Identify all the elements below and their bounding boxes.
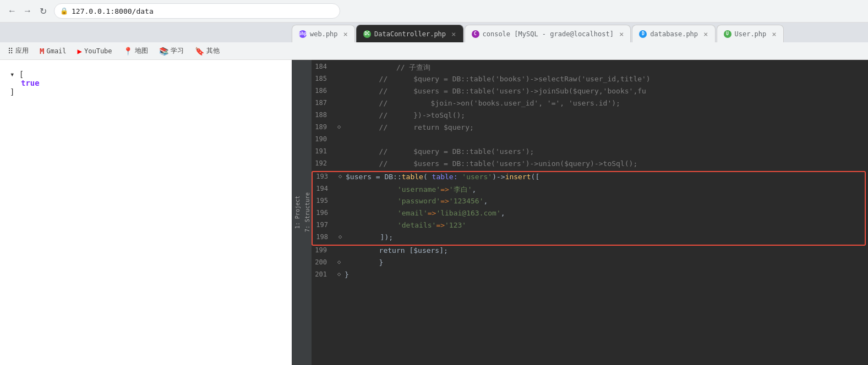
bookmark-label-study: 学习	[171, 46, 184, 56]
line-content-197: 'details'=>'123'	[346, 221, 865, 229]
youtube-icon: ▶	[78, 47, 82, 56]
code-line-188: 188 // })->toSql();	[312, 110, 868, 123]
tab-user-php[interactable]: U User.php ×	[717, 25, 784, 42]
line-num-194: 194	[313, 185, 335, 192]
highlighted-block: 193 ◇ $users = DB::table( table: 'users'…	[312, 171, 866, 246]
bookmark-label-maps: 地图	[135, 46, 148, 56]
line-content-200: }	[345, 258, 868, 267]
address-bar[interactable]: 🔒 127.0.0.1:8000/data	[54, 3, 340, 19]
line-num-189: 189	[312, 123, 334, 131]
other-icon: 🔖	[195, 47, 204, 56]
tab-web-php[interactable]: php web.php ×	[292, 25, 355, 42]
line-content-191: // $query = DB::table('users');	[345, 147, 868, 156]
study-icon: 📚	[159, 47, 168, 56]
line-content-201: }	[345, 270, 868, 279]
line-num-185: 185	[312, 75, 334, 82]
code-line-192: 192 // $users = DB::table('users')->unio…	[312, 159, 868, 171]
line-content-193: $users = DB::table( table: 'users')->ins…	[346, 173, 865, 181]
json-open-bracket: ▾ [	[10, 70, 282, 79]
code-block[interactable]: 184 // 子查询 185 // $query = DB::table('bo…	[312, 60, 868, 365]
code-line-201: 201 ◇ }	[312, 270, 868, 282]
bookmark-other[interactable]: 🔖 其他	[193, 45, 222, 57]
tab-database-php[interactable]: D database.php ×	[632, 25, 715, 42]
back-button[interactable]: ←	[6, 4, 19, 18]
maps-icon: 📍	[123, 47, 133, 56]
lock-icon: 🔒	[60, 7, 68, 15]
code-line-191: 191 // $query = DB::table('users');	[312, 147, 868, 159]
code-line-197: 197 'details'=>'123'	[313, 220, 865, 233]
bookmark-apps[interactable]: ⠿ 应用	[6, 45, 31, 57]
apps-icon: ⠿	[8, 47, 13, 56]
line-num-195: 195	[313, 197, 335, 204]
line-num-193: 193	[313, 173, 335, 180]
code-line-190: 190	[312, 135, 868, 147]
gutter-189: ◇	[334, 123, 345, 130]
tab-label-console: console [MySQL - grade@localhost]	[483, 30, 614, 38]
tab-console[interactable]: C console [MySQL - grade@localhost] ×	[465, 25, 631, 42]
tab-label-web-php: web.php	[310, 30, 338, 38]
gmail-icon: M	[40, 47, 44, 56]
gutter-201: ◇	[334, 270, 345, 278]
code-line-200: 200 ◇ }	[312, 258, 868, 270]
line-num-197: 197	[313, 221, 335, 229]
json-close-bracket: ]	[10, 87, 282, 96]
json-output: ▾ [ true ]	[6, 65, 286, 101]
line-content-189: // return $query;	[345, 123, 868, 131]
tab-data-controller[interactable]: DC DataController.php ×	[356, 25, 463, 42]
line-num-184: 184	[312, 63, 334, 70]
tab-icon-data-controller: DC	[363, 30, 371, 38]
line-num-198: 198	[313, 233, 335, 241]
project-sidebar-label: 1: Project	[294, 196, 301, 229]
line-num-191: 191	[312, 147, 334, 155]
bookmark-label-apps: 应用	[15, 46, 29, 56]
line-num-199: 199	[312, 246, 334, 254]
line-content-188: // })->toSql();	[345, 111, 868, 119]
main-area: ▾ [ true ] 1: Project 7: Structure 184	[0, 60, 868, 365]
tab-label-data-controller: DataController.php	[374, 30, 446, 38]
bookmark-gmail[interactable]: M Gmail	[37, 46, 69, 57]
bookmarks-bar: ⠿ 应用 M Gmail ▶ YouTube 📍 地图 📚 学习 🔖 其他	[0, 42, 868, 60]
forward-button[interactable]: →	[21, 4, 34, 18]
bookmark-label-gmail: Gmail	[46, 47, 66, 55]
code-line-189: 189 ◇ // return $query;	[312, 123, 868, 135]
refresh-button[interactable]: ↻	[36, 4, 50, 18]
ide-sidebar-strip[interactable]: 1: Project	[292, 60, 303, 365]
tabs-row: php web.php × DC DataController.php × C …	[0, 23, 868, 42]
tab-icon-web-php: php	[299, 30, 307, 38]
line-num-188: 188	[312, 111, 334, 119]
line-content-185: // $query = DB::table('books')->selectRa…	[345, 75, 868, 83]
tab-close-data-controller[interactable]: ×	[451, 30, 456, 38]
gutter-200: ◇	[334, 258, 345, 266]
code-line-193: 193 ◇ $users = DB::table( table: 'users'…	[313, 172, 865, 184]
code-line-187: 187 // $join->on('books.user_id', '=', '…	[312, 98, 868, 110]
ide-structure-strip[interactable]: 7: Structure	[303, 60, 312, 365]
tab-close-web-php[interactable]: ×	[343, 30, 348, 38]
line-content-187: // $join->on('books.user_id', '=', 'user…	[345, 99, 868, 107]
tab-icon-user-php: U	[724, 30, 731, 38]
code-line-198: 198 ◇ ]);	[313, 233, 865, 245]
gutter-198: ◇	[335, 233, 346, 240]
json-true-value: true	[10, 79, 282, 87]
line-content-186: // $users = DB::table('users')->joinSub(…	[345, 87, 868, 95]
bookmark-study[interactable]: 📚 学习	[157, 45, 186, 57]
code-line-195: 195 'password'=>'123456',	[313, 196, 865, 208]
tab-close-console[interactable]: ×	[619, 30, 624, 38]
browser-panel: ▾ [ true ]	[0, 60, 292, 365]
gutter-193: ◇	[335, 173, 346, 180]
tab-close-user-php[interactable]: ×	[772, 30, 776, 38]
bookmark-youtube[interactable]: ▶ YouTube	[75, 46, 114, 57]
line-content-192: // $users = DB::table('users')->union($q…	[345, 159, 868, 168]
line-content-195: 'password'=>'123456',	[346, 197, 865, 205]
nav-buttons: ← → ↻	[6, 4, 50, 18]
code-area: 184 // 子查询 185 // $query = DB::table('bo…	[312, 60, 868, 365]
line-num-186: 186	[312, 87, 334, 95]
tab-icon-database-php: D	[639, 30, 647, 38]
line-content-194: 'username'=>'李白',	[346, 185, 865, 195]
line-num-187: 187	[312, 99, 334, 107]
code-line-185: 185 // $query = DB::table('books')->sele…	[312, 74, 868, 86]
code-line-186: 186 // $users = DB::table('users')->join…	[312, 86, 868, 98]
tab-close-database-php[interactable]: ×	[703, 30, 708, 38]
bookmark-label-other: 其他	[206, 46, 220, 56]
bookmark-maps[interactable]: 📍 地图	[121, 45, 150, 57]
url-text: 127.0.0.1:8000/data	[72, 7, 154, 15]
